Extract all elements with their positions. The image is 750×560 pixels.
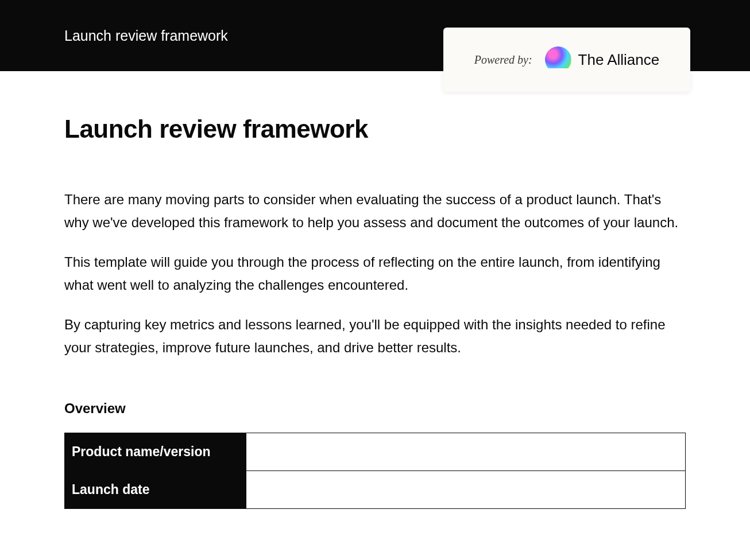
- alliance-brand-name: The Alliance: [578, 51, 660, 69]
- header-title: Launch review framework: [64, 28, 228, 44]
- powered-by-card: Powered by: The Alliance: [443, 28, 690, 92]
- row-value[interactable]: [246, 433, 686, 470]
- alliance-logo-icon: [545, 46, 571, 73]
- intro-paragraph: This template will guide you through the…: [64, 251, 686, 296]
- intro-paragraph: There are many moving parts to consider …: [64, 188, 686, 234]
- overview-heading: Overview: [64, 400, 686, 417]
- powered-by-label: Powered by:: [474, 53, 532, 67]
- intro-section: There are many moving parts to consider …: [64, 188, 686, 359]
- row-label: Product name/version: [65, 433, 246, 470]
- row-value[interactable]: [246, 470, 686, 508]
- row-label: Launch date: [65, 470, 246, 508]
- table-row: Launch date: [65, 470, 686, 508]
- alliance-brand: The Alliance: [545, 46, 660, 73]
- intro-paragraph: By capturing key metrics and lessons lea…: [64, 313, 686, 359]
- table-row: Product name/version: [65, 433, 686, 470]
- overview-table: Product name/version Launch date: [64, 433, 686, 509]
- content-area: Launch review framework There are many m…: [0, 71, 750, 509]
- page-title: Launch review framework: [64, 115, 686, 143]
